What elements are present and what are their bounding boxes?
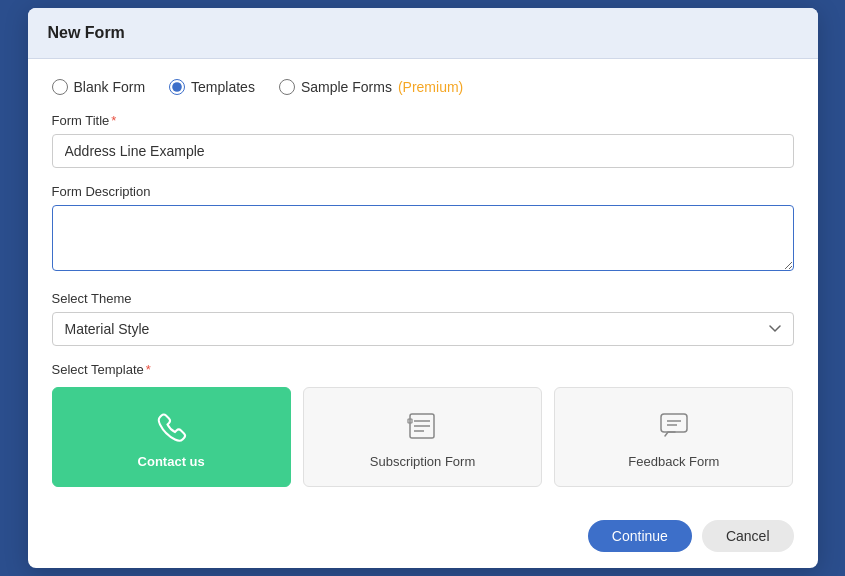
form-description-group: Form Description: [52, 184, 794, 275]
form-type-radio-group: Blank Form Templates Sample Forms (Premi…: [52, 79, 794, 95]
form-description-textarea[interactable]: [52, 205, 794, 271]
phone-icon: [151, 406, 191, 446]
select-template-group: Select Template* Contact us: [52, 362, 794, 487]
new-form-modal: New Form Blank Form Templates Sample For…: [28, 8, 818, 568]
radio-templates-label: Templates: [191, 79, 255, 95]
form-description-label: Form Description: [52, 184, 794, 199]
form-title-group: Form Title*: [52, 113, 794, 168]
template-card-contact[interactable]: Contact us: [52, 387, 291, 487]
radio-sample-forms-label: Sample Forms: [301, 79, 392, 95]
form-title-label: Form Title*: [52, 113, 794, 128]
template-subscription-label: Subscription Form: [370, 454, 475, 469]
radio-blank-form-label: Blank Form: [74, 79, 146, 95]
radio-templates[interactable]: Templates: [169, 79, 255, 95]
select-theme-group: Select Theme Material Style Classic Mode…: [52, 291, 794, 346]
required-star-template: *: [146, 362, 151, 377]
radio-templates-input[interactable]: [169, 79, 185, 95]
select-theme-dropdown[interactable]: Material Style Classic Modern Minimal: [52, 312, 794, 346]
premium-label: (Premium): [398, 79, 463, 95]
modal-footer: Continue Cancel: [28, 510, 818, 568]
modal-header: New Form: [28, 8, 818, 59]
select-theme-label: Select Theme: [52, 291, 794, 306]
template-card-feedback[interactable]: Feedback Form: [554, 387, 793, 487]
template-contact-label: Contact us: [138, 454, 205, 469]
required-star-title: *: [111, 113, 116, 128]
modal-body: Blank Form Templates Sample Forms (Premi…: [28, 59, 818, 510]
template-card-subscription[interactable]: Subscription Form: [303, 387, 542, 487]
select-template-label: Select Template*: [52, 362, 794, 377]
radio-sample-forms-input[interactable]: [279, 79, 295, 95]
chat-icon: [654, 406, 694, 446]
continue-button[interactable]: Continue: [588, 520, 692, 552]
radio-sample-forms[interactable]: Sample Forms (Premium): [279, 79, 463, 95]
template-grid: Contact us Su: [52, 387, 794, 487]
modal-overlay: New Form Blank Form Templates Sample For…: [0, 0, 845, 576]
form-title-input[interactable]: [52, 134, 794, 168]
radio-blank-form[interactable]: Blank Form: [52, 79, 146, 95]
cancel-button[interactable]: Cancel: [702, 520, 794, 552]
radio-blank-form-input[interactable]: [52, 79, 68, 95]
template-feedback-label: Feedback Form: [628, 454, 719, 469]
modal-title: New Form: [48, 24, 125, 41]
list-icon: [402, 406, 442, 446]
svg-rect-5: [661, 414, 687, 432]
